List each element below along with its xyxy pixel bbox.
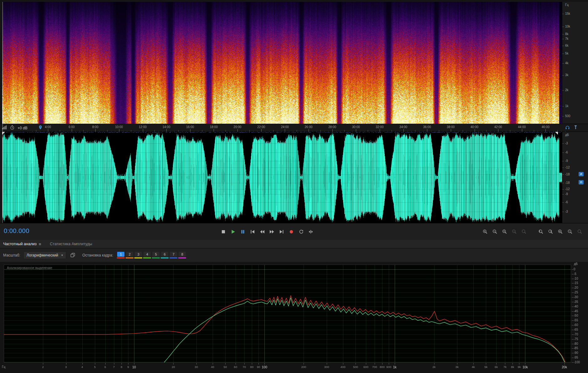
hold-button-7[interactable]: 7: [169, 252, 177, 258]
gain-label[interactable]: +0 dB: [18, 126, 28, 130]
x-tick-label: 20: [169, 365, 178, 369]
amplitude-tick-label: -18: [565, 181, 570, 184]
hold-button-label: 1: [117, 252, 124, 257]
scale-tick: [562, 168, 564, 168]
zoom-time-button[interactable]: [566, 228, 574, 236]
x-tick-label: 1k: [390, 365, 399, 369]
time-display[interactable]: 0:00.000: [4, 227, 29, 235]
zoom-selection-out-point-button[interactable]: [547, 228, 554, 236]
hold-color-bar: [117, 257, 125, 258]
zoom-out-time-button[interactable]: [491, 228, 499, 236]
time-label: 24:00: [278, 125, 292, 129]
x-tick-label: 4k: [469, 365, 478, 369]
time-label: 40:00: [468, 125, 481, 129]
hold-color-bar: [178, 257, 186, 258]
time-label: 46:00: [539, 125, 552, 129]
hold-button-5[interactable]: 5: [152, 252, 160, 258]
hold-buttons: 12345678: [117, 252, 186, 258]
tab-amplitude-statistics[interactable]: Статистика Амплитуды: [50, 242, 92, 246]
pin-marker-icon[interactable]: [573, 125, 578, 131]
zoom-in-amplitude-button[interactable]: [501, 228, 508, 236]
rewind-button[interactable]: [258, 227, 267, 236]
time-label: 32:00: [373, 125, 387, 129]
scale-tick: [562, 75, 564, 75]
hold-button-1[interactable]: 1: [117, 252, 125, 258]
audio-editor-window: Гц 15k10k8k7k6k5k4k3k2k1k500 4:006:008:0…: [0, 0, 588, 373]
zoom-in-time-button[interactable]: [481, 228, 489, 236]
time-label: 12:00: [136, 125, 150, 129]
channel-badge-left[interactable]: Л: [579, 172, 584, 176]
scale-tick: [562, 174, 564, 175]
time-label: 20:00: [231, 125, 244, 129]
skip-to-end-button[interactable]: [277, 227, 286, 236]
amplitude-tick-label: -3: [565, 142, 568, 145]
x-tick-label: 300: [322, 365, 331, 369]
amplitude-tick-label: -6: [565, 200, 568, 204]
analysis-controls: Масштаб: Логарифмический ▾ Остановка кад…: [0, 248, 588, 262]
tab-frequency-analysis[interactable]: Частотный анализ ≡: [3, 242, 41, 246]
play-button[interactable]: [228, 227, 238, 236]
timeline-ruler[interactable]: 4:006:008:0010:0012:0014:0016:0018:0020:…: [0, 124, 588, 132]
zoom-to-selection-button[interactable]: [557, 228, 564, 236]
y-tick-label: -45: [574, 309, 578, 313]
hold-color-bar: [143, 257, 151, 258]
zoom-out-amplitude-button[interactable]: [511, 228, 518, 236]
hold-color-bar: [161, 257, 169, 258]
hold-button-2[interactable]: 2: [126, 252, 133, 258]
time-label: 8:00: [88, 125, 102, 129]
zoom-selection-in-point-button[interactable]: [537, 228, 545, 236]
amplitude-tick-label: -3: [565, 210, 568, 213]
frequency-tick-label: 7k: [565, 37, 569, 40]
monitor-headphones-icon[interactable]: [565, 125, 570, 131]
zoom-reset-button[interactable]: [576, 228, 584, 236]
scale-label: Масштаб:: [3, 253, 20, 257]
zoom-buttons: [481, 228, 584, 236]
record-button[interactable]: [287, 227, 296, 236]
y-tick-label: -35: [574, 300, 578, 303]
scale-dropdown[interactable]: Логарифмический ▾: [23, 251, 66, 259]
hold-label: Остановка кадра:: [82, 253, 113, 257]
frequency-unit-label: Гц: [565, 3, 569, 7]
hold-button-6[interactable]: 6: [161, 252, 169, 258]
x-tick-label: 5: [90, 365, 100, 369]
time-label: 44:00: [515, 125, 529, 129]
x-tick-label: 3k: [452, 365, 462, 369]
y-tick-label: 0: [574, 267, 575, 271]
hold-button-label: 4: [143, 252, 151, 257]
clock-icon[interactable]: [10, 125, 15, 131]
scale-tick: [562, 189, 564, 189]
x-tick-label: 100: [260, 365, 269, 369]
zoom-full-button[interactable]: [520, 228, 528, 236]
x-tick-label: 2k: [429, 365, 439, 369]
skip-selection-button[interactable]: [306, 227, 315, 236]
pause-button[interactable]: [238, 227, 247, 236]
x-tick-label: 6k: [492, 365, 501, 369]
loop-playback-button[interactable]: [296, 227, 306, 236]
channel-badge-right[interactable]: П: [579, 180, 584, 184]
time-label: 30:00: [349, 125, 363, 129]
stop-button[interactable]: [219, 227, 228, 236]
playhead[interactable]: [3, 2, 3, 223]
selection-handle-right[interactable]: [555, 132, 558, 135]
time-label: 18:00: [207, 125, 221, 129]
time-label: 14:00: [159, 125, 173, 129]
copy-graph-button[interactable]: [69, 252, 77, 259]
hold-button-4[interactable]: 4: [143, 252, 151, 258]
frequency-tick-label: 3k: [565, 73, 569, 77]
frequency-analysis-panel: Анализированное выделение дБ Гц 0-5-10-1…: [0, 262, 588, 373]
amplitude-tick-label: -12: [565, 187, 570, 191]
y-tick-label: -100: [574, 360, 580, 364]
fast-forward-button[interactable]: [267, 227, 277, 236]
spectrogram-display[interactable]: [2, 2, 562, 124]
hold-color-bar: [152, 257, 160, 258]
hold-button-3[interactable]: 3: [134, 252, 142, 258]
skip-to-start-button[interactable]: [248, 227, 257, 236]
frequency-graph[interactable]: [0, 262, 588, 373]
hold-button-8[interactable]: 8: [178, 252, 186, 258]
waveform-display[interactable]: [2, 132, 562, 223]
pin-icon[interactable]: [38, 125, 43, 131]
x-tick-label: 10k: [520, 365, 530, 369]
panel-menu-icon[interactable]: ≡: [39, 242, 41, 246]
frequency-tick-label: 4k: [565, 61, 569, 65]
x-tick-label: 20k: [560, 365, 569, 369]
